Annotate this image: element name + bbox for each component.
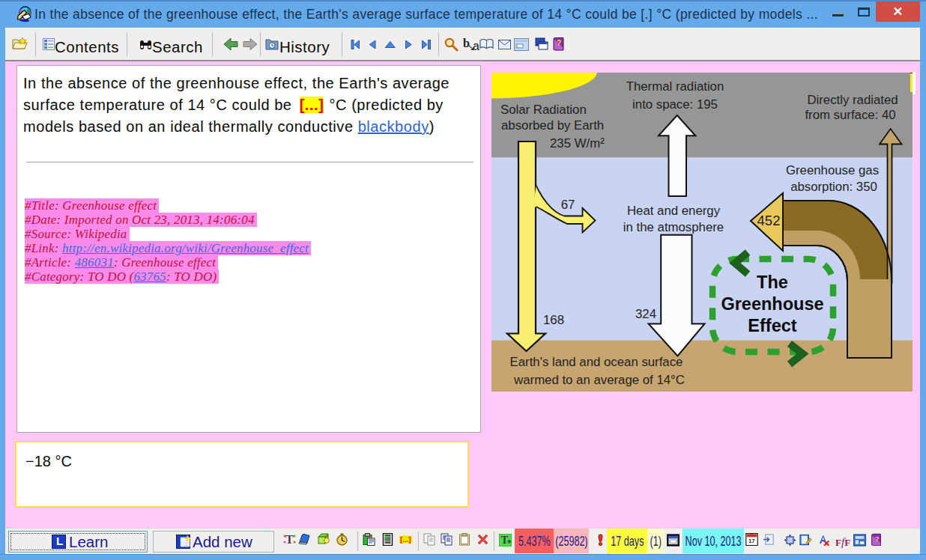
svg-text:Solar Radiation: Solar Radiation	[500, 103, 587, 117]
svg-text:67: 67	[561, 198, 575, 212]
svg-text:Greenhouse: Greenhouse	[721, 294, 823, 314]
svg-text:?: ?	[875, 535, 880, 543]
svg-text:T: T	[285, 533, 294, 546]
svg-text:235 W/m²: 235 W/m²	[550, 136, 605, 150]
svg-text:324: 324	[635, 307, 656, 321]
svg-text:17: 17	[748, 538, 755, 544]
svg-text:T: T	[501, 534, 509, 546]
svg-text:Directly radiated: Directly radiated	[807, 93, 898, 107]
svg-text:I...: I...	[517, 44, 521, 49]
svg-text:168: 168	[543, 313, 564, 327]
svg-text:into space: 195: into space: 195	[632, 97, 718, 112]
svg-text:Greenhouse gas: Greenhouse gas	[786, 163, 879, 177]
svg-text:Heat and energy: Heat and energy	[627, 204, 721, 218]
svg-text:Earth's land and ocean surface: Earth's land and ocean surface	[510, 355, 683, 369]
svg-text:absorbed by Earth: absorbed by Earth	[501, 118, 604, 133]
svg-text:warmed to an average of 14°C: warmed to an average of 14°C	[513, 373, 685, 387]
svg-text:Effect: Effect	[748, 316, 796, 335]
svg-text:in the atmosphere: in the atmosphere	[623, 220, 724, 234]
svg-text:absorption: 350: absorption: 350	[790, 180, 877, 194]
svg-text:452: 452	[757, 213, 781, 228]
svg-text:?: ?	[557, 39, 561, 47]
svg-text:from surface: 40: from surface: 40	[805, 108, 895, 122]
svg-text:The: The	[757, 273, 788, 292]
svg-text:[...]: [...]	[400, 535, 411, 544]
svg-text:Thermal radiation: Thermal radiation	[626, 79, 724, 94]
